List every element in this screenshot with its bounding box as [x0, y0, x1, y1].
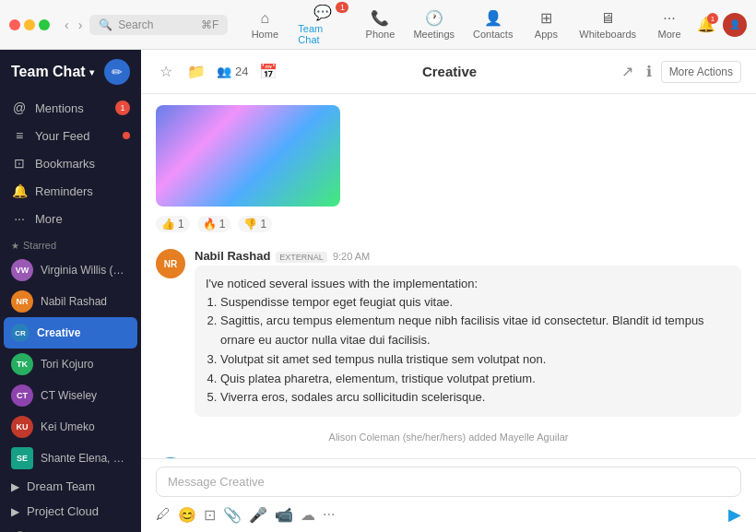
message-group-nabil: NR Nabil Rashad EXTERNAL 9:20 AM I've no…	[156, 249, 741, 417]
more-label: More	[35, 212, 63, 226]
mentions-label: Mentions	[35, 101, 84, 115]
folder-dream-icon: ▶	[11, 480, 19, 493]
more-dots-icon: ···	[11, 211, 28, 226]
shante-name: Shante Elena, Daniel Bow...	[41, 452, 130, 465]
external-link-button[interactable]: ↗	[618, 59, 637, 84]
more-icon: ···	[663, 10, 675, 27]
tab-phone-label: Phone	[366, 29, 396, 40]
home-icon: ⌂	[261, 10, 270, 27]
audio-button[interactable]: 🎤	[249, 506, 267, 524]
search-bar[interactable]: 🔍 Search ⌘F	[89, 15, 228, 35]
emoji-picker-button[interactable]: 😊	[178, 506, 196, 524]
send-button[interactable]: ▶	[728, 504, 741, 525]
tab-more[interactable]: ··· More	[645, 6, 693, 43]
attachment-button[interactable]: ⊡	[204, 506, 216, 524]
list-item: Suspendisse tempor eget feugiat quis vit…	[220, 293, 730, 313]
gradient-image	[156, 105, 340, 207]
messages-area[interactable]: 👍 1 🔥 1 👎 1 NR Nabil Rashad	[141, 94, 756, 458]
input-placeholder: Message Creative	[168, 475, 265, 489]
tab-whiteboards[interactable]: 🖥 Whiteboards	[570, 6, 645, 43]
cloud-button[interactable]: ☁	[301, 506, 315, 524]
clip-button[interactable]: 📎	[223, 506, 242, 524]
tab-contacts[interactable]: 👤 Contacts	[464, 6, 522, 43]
chat-header: ☆ 📁 👥 24 📅 Creative ↗ ℹ More Actions	[141, 50, 756, 94]
user-avatar[interactable]: 👤	[723, 13, 747, 37]
nabil-message-intro: I've noticed several issues with the imp…	[206, 277, 478, 290]
creative-name: Creative	[37, 326, 80, 339]
tab-apps-label: Apps	[535, 29, 558, 40]
sidebar-item-more[interactable]: ··· More	[0, 205, 141, 232]
bookmarks-label: Bookmarks	[35, 157, 95, 171]
sidebar-item-chats[interactable]: 💬 Chats	[0, 524, 141, 532]
tab-meetings[interactable]: 🕐 Meetings	[404, 6, 464, 43]
sidebar-contact-ct[interactable]: CT CT Wiseley	[0, 380, 141, 411]
sidebar-contact-tori[interactable]: TK Tori Kojuro	[0, 349, 141, 380]
sidebar-item-feed[interactable]: ≡ Your Feed	[0, 122, 141, 149]
ct-avatar: CT	[11, 384, 33, 407]
tab-apps[interactable]: ⊞ Apps	[522, 6, 570, 43]
more-actions-label: More Actions	[669, 65, 733, 78]
maximize-button[interactable]	[39, 19, 50, 30]
feed-label: Your Feed	[35, 129, 90, 143]
sidebar-folder-project-cloud[interactable]: ▶ Project Cloud	[0, 499, 141, 524]
sidebar-item-mentions[interactable]: @ Mentions 1	[0, 94, 141, 122]
sidebar-header: Team Chat ▾ ✏	[0, 50, 141, 94]
search-label: Search	[118, 18, 153, 31]
sidebar-item-reminders[interactable]: 🔔 Reminders	[0, 177, 141, 205]
tab-team-chat[interactable]: 💬 Team Chat 1	[289, 0, 356, 49]
feed-icon: ≡	[11, 128, 28, 143]
back-arrow[interactable]: ‹	[61, 16, 73, 34]
info-button[interactable]: ℹ	[643, 59, 656, 84]
system-message: Alison Coleman (she/her/hers) added Maye…	[156, 426, 741, 448]
starred-label: Starred	[23, 240, 56, 251]
minimize-button[interactable]	[24, 19, 35, 30]
header-right: ↗ ℹ More Actions	[618, 59, 741, 84]
reaction-thumbsup[interactable]: 👍 1	[156, 216, 190, 232]
tab-home[interactable]: ⌂ Home	[241, 6, 289, 43]
reaction-fire[interactable]: 🔥 1	[197, 216, 231, 232]
chat-header-left: ☆ 📁 👥 24 📅	[156, 59, 281, 84]
sidebar-title: Team Chat ▾	[11, 64, 94, 80]
compose-button[interactable]: ✏	[104, 59, 130, 85]
reaction-thumbsdown[interactable]: 👎 1	[238, 216, 272, 232]
sidebar-contact-nabil[interactable]: NR Nabil Rashad	[0, 286, 141, 317]
reaction-row: 👍 1 🔥 1 👎 1	[156, 212, 741, 240]
message-input[interactable]: Message Creative	[156, 467, 741, 497]
close-button[interactable]	[9, 19, 20, 30]
calendar-button[interactable]: 📅	[255, 59, 281, 84]
sidebar-contact-shante[interactable]: SE Shante Elena, Daniel Bow...	[0, 443, 141, 474]
star-button[interactable]: ☆	[156, 59, 176, 84]
nav-tabs: ⌂ Home 💬 Team Chat 1 📞 Phone 🕐 Meetings …	[241, 0, 693, 49]
search-icon: 🔍	[99, 18, 112, 31]
notifications-button[interactable]: 🔔 1	[697, 16, 715, 33]
sidebar-folder-dream-team[interactable]: ▶ Dream Team	[0, 474, 141, 499]
nabil-message-avatar: NR	[156, 249, 185, 278]
sidebar-contact-kei[interactable]: KU Kei Umeko	[0, 411, 141, 443]
sidebar: Team Chat ▾ ✏ @ Mentions 1 ≡ Your Feed ⊡…	[0, 50, 141, 532]
image-preview	[156, 105, 340, 207]
notif-badge: 1	[707, 13, 718, 24]
video-button[interactable]: 📹	[275, 506, 293, 524]
sidebar-contact-virginia[interactable]: VW Virginia Willis (You)	[0, 254, 141, 286]
thumbsdown-count: 1	[260, 218, 266, 231]
tab-phone[interactable]: 📞 Phone	[356, 6, 404, 43]
contacts-icon: 👤	[484, 9, 502, 27]
shante-avatar: SE	[11, 447, 33, 469]
phone-icon: 📞	[371, 9, 389, 27]
folder-cloud-icon: ▶	[11, 505, 19, 518]
forward-arrow[interactable]: ›	[75, 16, 87, 34]
more-tools-button[interactable]: ···	[323, 506, 335, 523]
sidebar-item-creative[interactable]: CR Creative	[4, 317, 137, 349]
nabil-message-time: 9:20 AM	[333, 251, 370, 262]
folder-button[interactable]: 📁	[183, 59, 209, 84]
nabil-message-list: Suspendisse tempor eget feugiat quis vit…	[206, 293, 730, 408]
reminders-label: Reminders	[35, 184, 93, 198]
thumbsup-emoji: 👍	[161, 218, 175, 231]
creative-avatar: CR	[11, 324, 30, 342]
main-content: Team Chat ▾ ✏ @ Mentions 1 ≡ Your Feed ⊡…	[0, 50, 756, 532]
sidebar-item-bookmarks[interactable]: ⊡ Bookmarks	[0, 149, 141, 177]
more-actions-button[interactable]: More Actions	[661, 61, 741, 83]
mentions-badge: 1	[115, 100, 130, 115]
external-badge: EXTERNAL	[276, 252, 327, 263]
format-button[interactable]: 🖊	[156, 506, 171, 523]
